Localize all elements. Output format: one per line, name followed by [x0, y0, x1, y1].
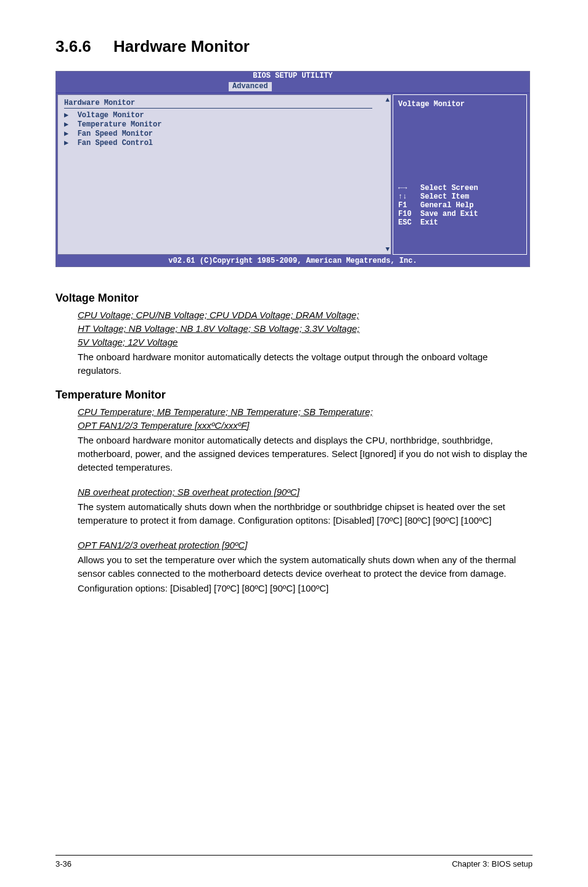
temp-sub1-block: CPU Temperature; MB Temperature; NB Temp…	[55, 405, 533, 474]
bios-nav-label: Exit	[420, 218, 438, 227]
bios-panel: BIOS SETUP UTILITY Advanced ▲ Hardware M…	[55, 71, 530, 267]
bios-nav-row: ↑↓Select Item	[398, 192, 521, 201]
temperature-monitor-heading: Temperature Monitor	[55, 389, 533, 402]
bios-nav-row: F1General Help	[398, 201, 521, 210]
bios-left-panel: ▲ Hardware Monitor ▶ Voltage Monitor ▶ T…	[57, 94, 391, 255]
bios-menu-label: Fan Speed Control	[78, 139, 153, 147]
scroll-up-icon: ▲	[385, 96, 390, 104]
voltage-monitor-link: 5V Voltage; 12V Voltage	[78, 336, 533, 349]
voltage-monitor-block: CPU Voltage; CPU/NB Voltage; CPU VDDA Vo…	[55, 308, 533, 377]
voltage-monitor-link: CPU Voltage; CPU/NB Voltage; CPU VDDA Vo…	[78, 308, 533, 322]
bios-nav-key: F10	[398, 210, 420, 218]
bios-menu-item[interactable]: ▶ Temperature Monitor	[64, 120, 385, 130]
bios-footer: v02.61 (C)Copyright 1985-2009, American …	[56, 256, 529, 266]
scroll-down-icon: ▼	[385, 245, 390, 253]
bios-menu-label: Voltage Monitor	[78, 111, 144, 120]
bios-nav-row: ←→Select Screen	[398, 184, 521, 192]
bios-title: BIOS SETUP UTILITY	[253, 72, 333, 80]
voltage-monitor-body: The onboard hardware monitor automatical…	[78, 350, 533, 377]
bios-menu-item[interactable]: ▶ Voltage Monitor	[64, 111, 385, 120]
temp-sub3-body: Allows you to set the temperature over w…	[78, 553, 533, 580]
bios-nav-label: Select Item	[420, 192, 469, 201]
bios-nav-label: General Help	[420, 201, 473, 210]
temp-sub3-body2: Configuration options: [Disabled] [70ºC]…	[78, 582, 533, 595]
bios-nav-key: ←→	[398, 184, 420, 192]
bios-help-text: Voltage Monitor	[398, 100, 521, 109]
section-number: 3.6.6	[55, 37, 91, 56]
section-title-text: Hardware Monitor	[113, 37, 250, 56]
bios-menu-item[interactable]: ▶ Fan Speed Monitor	[64, 130, 385, 139]
bios-panel-header: Hardware Monitor	[64, 99, 385, 107]
temp-sub3-block: OPT FAN1/2/3 overheat protection [90ºC] …	[55, 538, 533, 595]
bios-nav-row: ESCExit	[398, 218, 521, 227]
bios-nav-row: F10Save and Exit	[398, 210, 521, 218]
temp-sub2-block: NB overheat protection; SB overheat prot…	[55, 485, 533, 527]
section-heading: 3.6.6 Hardware Monitor	[55, 37, 533, 56]
bios-body: ▲ Hardware Monitor ▶ Voltage Monitor ▶ T…	[56, 93, 529, 256]
temp-sub3-link: OPT FAN1/2/3 overheat protection [90ºC]	[78, 538, 533, 552]
voltage-monitor-heading: Voltage Monitor	[55, 292, 533, 305]
bios-menu-item[interactable]: ▶ Fan Speed Control	[64, 139, 385, 148]
bios-titlebar: BIOS SETUP UTILITY	[56, 72, 529, 83]
bios-nav-keys: ←→Select Screen ↑↓Select Item F1General …	[398, 184, 521, 227]
bios-nav-key: F1	[398, 201, 420, 210]
temp-sub1-link: OPT FAN1/2/3 Temperature [xxxºC/xxxºF]	[78, 419, 533, 432]
temp-sub1-body: The onboard hardware monitor automatical…	[78, 434, 533, 474]
bios-panel-separator	[64, 108, 372, 109]
temp-sub2-link: NB overheat protection; SB overheat prot…	[78, 485, 533, 499]
bios-nav-label: Save and Exit	[420, 210, 478, 218]
page-footer: 3-36 Chapter 3: BIOS setup	[55, 855, 533, 868]
temp-sub2-body: The system automatically shuts down when…	[78, 500, 533, 527]
bios-menu-label: Temperature Monitor	[78, 120, 162, 129]
temp-sub1-link: CPU Temperature; MB Temperature; NB Temp…	[78, 405, 533, 419]
chapter-label: Chapter 3: BIOS setup	[452, 859, 533, 868]
bios-nav-key: ESC	[398, 218, 420, 227]
bios-tabbar: Advanced	[56, 83, 529, 93]
bios-tab-advanced[interactable]: Advanced	[229, 82, 272, 91]
bios-menu-label: Fan Speed Monitor	[78, 130, 153, 138]
voltage-monitor-link: HT Voltage; NB Voltage; NB 1.8V Voltage;…	[78, 322, 533, 336]
bios-nav-label: Select Screen	[420, 184, 478, 192]
page-number: 3-36	[55, 859, 71, 868]
bios-nav-key: ↑↓	[398, 192, 420, 201]
bios-right-panel: Voltage Monitor ←→Select Screen ↑↓Select…	[393, 94, 527, 255]
